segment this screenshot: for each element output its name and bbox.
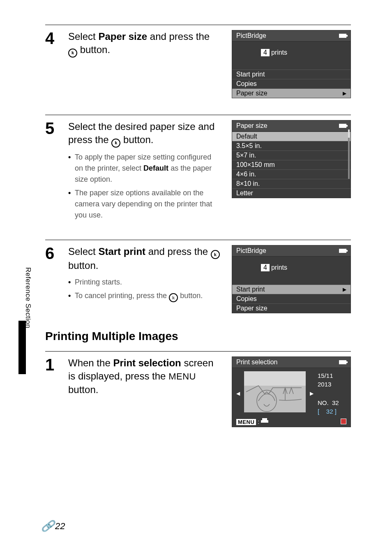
ok-icon: k: [68, 49, 77, 58]
side-section-label: Reference Section: [24, 267, 32, 328]
screen-pictbridge-2: PictBridge 4prints Start print▶ Copies P…: [232, 245, 351, 313]
total-value: 32: [326, 408, 333, 415]
text: button.: [68, 384, 98, 395]
sub-step-1: 1 When the Print selection screen is dis…: [45, 351, 351, 427]
page-number: 🔗22: [41, 520, 65, 532]
bullet-list: To apply the paper size setting configur…: [68, 152, 220, 221]
option-default: Default: [232, 132, 350, 141]
stop-icon: [341, 419, 346, 424]
bullet-item: Printing starts.: [68, 277, 220, 288]
step-5: 5 Select the desired paper size and pres…: [45, 115, 351, 223]
bracket-open: [: [318, 408, 319, 415]
option-8x10: 8×10 in.: [232, 179, 350, 188]
option-5x7: 5×7 in.: [232, 150, 350, 160]
screen-title: PictBridge: [236, 247, 266, 255]
print-count-label: prints: [271, 49, 287, 56]
menu-start-print: Start print: [232, 69, 350, 79]
image-info: 15/11 2013 NO. 32 [ 32 ]: [318, 371, 339, 416]
menu-paper-size: Paper size: [232, 303, 350, 313]
print-count-value: 4: [261, 49, 270, 56]
text: Select: [68, 246, 98, 257]
image-thumbnail: [244, 371, 306, 412]
print-count-value: 4: [261, 264, 270, 271]
side-tab: [18, 321, 26, 374]
chevron-right-icon: ▶: [343, 287, 346, 292]
text: button.: [178, 292, 203, 300]
screen-print-selection: Print selection ◀ ▶ 15/1: [232, 356, 351, 427]
step-number: 1: [45, 356, 65, 373]
section-heading: Printing Multiple Images: [45, 330, 351, 343]
step-4: 4 Select Paper size and press the k butt…: [45, 25, 351, 98]
chevron-right-icon: ▶: [343, 90, 346, 96]
label: Copies: [236, 295, 257, 303]
nav-left-icon: ◀: [236, 391, 240, 396]
battery-icon: [339, 124, 346, 128]
screen-header: Print selection: [232, 357, 350, 368]
text-bold: Paper size: [98, 31, 147, 42]
text: button.: [120, 134, 153, 145]
menu-button-icon: MENU: [236, 419, 256, 425]
text: button.: [77, 44, 110, 55]
screen-paper-size: Paper size Default 3.5×5 in. 5×7 in. 100…: [232, 120, 351, 198]
text-bold: Default: [143, 164, 168, 172]
text-bold: Start print: [98, 246, 145, 257]
printer-icon: [261, 418, 268, 424]
label: Copies: [236, 80, 257, 88]
bullet-item: To apply the paper size setting configur…: [68, 152, 220, 185]
step-number: 4: [45, 30, 65, 46]
menu-start-print: Start print▶: [232, 285, 350, 294]
step-title: Select the desired paper size and press …: [68, 120, 220, 148]
ok-icon: k: [169, 293, 178, 302]
battery-icon: [339, 249, 346, 253]
no-label: NO.: [318, 399, 329, 406]
print-count-row: 4prints: [232, 42, 350, 69]
print-count-label: prints: [271, 264, 287, 271]
step-title: When the Print selection screen is displ…: [68, 356, 220, 396]
menu-paper-size: Paper size▶: [232, 88, 350, 98]
step-title: Select Start print and press the k butto…: [68, 245, 220, 273]
nav-right-icon: ▶: [310, 391, 314, 396]
bullet-item: To cancel printing, press the k button.: [68, 290, 220, 302]
ok-icon: k: [211, 250, 220, 259]
bracket-close: ]: [333, 408, 337, 415]
option-100x150: 100×150 mm: [232, 160, 350, 169]
step-number: 5: [45, 120, 65, 137]
menu-copies: Copies: [232, 79, 350, 88]
link-icon: 🔗: [41, 520, 54, 532]
label: Start print: [236, 71, 265, 78]
option-letter: Letter: [232, 188, 350, 198]
screen-title: Paper size: [236, 122, 267, 130]
menu-button-label: MENU: [168, 371, 196, 382]
text-bold: Print selection: [113, 357, 181, 368]
label: Paper size: [236, 90, 267, 97]
screen-header: PictBridge: [232, 30, 350, 42]
screen-footer: MENU :: [232, 417, 350, 427]
screen-pictbridge-1: PictBridge 4prints Start print Copies Pa…: [232, 30, 351, 98]
text: Select: [68, 31, 98, 42]
text: and press the: [147, 31, 210, 42]
date-line-2: 2013: [318, 380, 339, 389]
text: To cancel printing, press the: [75, 292, 169, 300]
print-count-row: 4prints: [232, 257, 350, 285]
bullet-list: Printing starts. To cancel printing, pre…: [68, 277, 220, 302]
label: Start print: [236, 286, 265, 293]
menu-copies: Copies: [232, 294, 350, 303]
screen-title: Print selection: [236, 359, 278, 366]
screen-header: Paper size: [232, 120, 350, 132]
step-title: Select Paper size and press the k button…: [68, 30, 220, 58]
battery-icon: [339, 360, 346, 364]
screen-header: PictBridge: [232, 245, 350, 257]
option-35x5: 3.5×5 in.: [232, 141, 350, 150]
bullet-item: The paper size options available on the …: [68, 187, 220, 221]
page-number-value: 22: [55, 521, 65, 532]
screen-title: PictBridge: [236, 32, 266, 39]
option-4x6: 4×6 in.: [232, 169, 350, 179]
label: Paper size: [236, 305, 267, 312]
battery-icon: [339, 34, 346, 38]
text: and press the: [145, 246, 211, 257]
svg-point-0: [257, 390, 277, 412]
step-number: 6: [45, 245, 65, 261]
ok-icon: k: [111, 139, 120, 148]
no-value: 32: [332, 399, 339, 406]
date-line-1: 15/11: [318, 371, 339, 380]
